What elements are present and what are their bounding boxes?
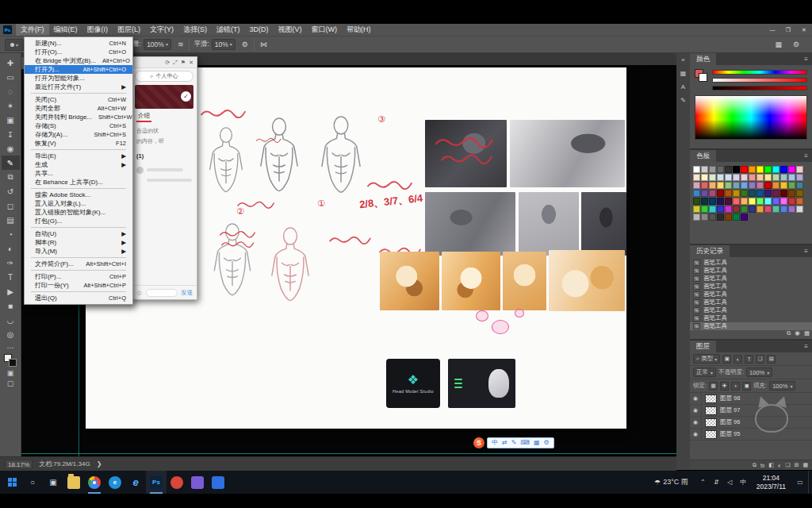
- marquee-tool[interactable]: ▭: [2, 70, 20, 84]
- menu-3d[interactable]: 3D(D): [245, 24, 274, 36]
- color-swatch[interactable]: [780, 182, 787, 189]
- file-explorer[interactable]: [63, 471, 84, 494]
- file-menu-item[interactable]: 导出(E) ▶: [25, 152, 132, 160]
- color-swatch[interactable]: [693, 182, 700, 189]
- symmetry-icon[interactable]: ⋈: [259, 40, 269, 48]
- file-menu-item[interactable]: 生成 ▶: [25, 160, 132, 169]
- menu-filter[interactable]: 滤镜(T): [212, 24, 245, 36]
- menu-select[interactable]: 选择(S): [178, 24, 212, 36]
- lasso-tool[interactable]: ◌: [2, 84, 20, 98]
- network-icon[interactable]: ⇵: [710, 479, 723, 486]
- tab-intro[interactable]: 介绍: [136, 112, 151, 122]
- filter-smart-icon[interactable]: ▤: [767, 355, 776, 364]
- file-menu-item[interactable]: 关闭(C) Ctrl+W: [25, 95, 132, 104]
- file-menu-item[interactable]: 打开为... Alt+Shift+Ctrl+O: [25, 65, 132, 74]
- color-swatch[interactable]: [725, 174, 732, 181]
- weather-widget[interactable]: ☂ 23°C 雨: [646, 477, 696, 487]
- quick-mask-icon[interactable]: ▣: [7, 369, 14, 377]
- layer-mask-icon[interactable]: ◧: [768, 462, 774, 468]
- menu-type[interactable]: 文字(Y): [145, 24, 178, 36]
- color-swatch[interactable]: [701, 190, 708, 197]
- lock-paint-icon[interactable]: ✚: [720, 382, 729, 391]
- color-swatch[interactable]: [780, 174, 787, 181]
- color-swatch[interactable]: [725, 182, 732, 189]
- color-swatch[interactable]: [772, 174, 779, 181]
- color-swatch[interactable]: [693, 174, 700, 181]
- panel-menu-icon[interactable]: ≡: [804, 152, 812, 160]
- color-swatch[interactable]: [701, 182, 708, 189]
- eye-icon[interactable]: ◉: [690, 393, 702, 404]
- eye-icon[interactable]: ◉: [690, 405, 702, 416]
- color-swatch[interactable]: [733, 174, 740, 181]
- blur-tool[interactable]: ◔: [2, 227, 20, 241]
- color-swatch[interactable]: [717, 198, 724, 205]
- file-menu-item[interactable]: 打印(P)... Ctrl+P: [25, 272, 132, 281]
- color-swatch[interactable]: [749, 190, 756, 197]
- color-swatch[interactable]: [733, 190, 740, 197]
- color-swatch[interactable]: [733, 166, 740, 173]
- task-view-button[interactable]: ▣: [43, 471, 63, 494]
- flow-value[interactable]: 100%▾: [144, 39, 171, 50]
- delete-state-icon[interactable]: ▦: [804, 329, 810, 337]
- blend-mode-select[interactable]: 正常 ▾: [693, 368, 716, 377]
- color-swatch[interactable]: [756, 166, 764, 173]
- filter-adjust-icon[interactable]: ◐: [733, 355, 742, 364]
- menu-edit[interactable]: 编辑(E): [49, 24, 82, 36]
- sogou-logo[interactable]: S: [473, 437, 485, 448]
- color-swatch[interactable]: [733, 182, 740, 189]
- tab-color[interactable]: 颜色: [690, 53, 716, 65]
- color-swatch[interactable]: [772, 182, 779, 189]
- color-swatch[interactable]: [717, 166, 724, 173]
- eyedropper-tool[interactable]: ↧: [2, 127, 20, 141]
- layers-opacity[interactable]: 100% ▾: [746, 368, 772, 377]
- color-swatch[interactable]: [796, 166, 803, 173]
- color-swatch[interactable]: [780, 198, 787, 205]
- new-layer-icon[interactable]: ⊞: [795, 462, 799, 468]
- start-button[interactable]: [2, 471, 22, 494]
- color-swatch[interactable]: [772, 190, 779, 197]
- color-swatch[interactable]: [741, 190, 748, 197]
- color-swatch[interactable]: [725, 198, 732, 205]
- color-swatch[interactable]: [772, 206, 779, 213]
- refresh-icon[interactable]: ⟳: [165, 60, 170, 66]
- color-swatch[interactable]: [788, 190, 795, 197]
- file-menu-item[interactable]: 打开(O)... Ctrl+O: [25, 48, 132, 56]
- 图层 95[interactable]: ◉ 图层 95: [690, 429, 812, 441]
- menu-view[interactable]: 视图(V): [274, 24, 307, 36]
- file-menu-item[interactable]: 恢复(V) F12: [25, 139, 132, 148]
- file-menu-item[interactable]: 关闭全部 Alt+Ctrl+W: [25, 104, 132, 113]
- file-menu-item[interactable]: [25, 290, 132, 294]
- 图层 98[interactable]: ◉ 图层 98: [690, 393, 812, 405]
- file-menu-item[interactable]: 新建(N)... Ctrl+N: [25, 39, 132, 48]
- send-button[interactable]: 发送: [181, 289, 193, 297]
- panel-menu-icon[interactable]: ≡: [804, 248, 812, 255]
- adjustment-layer-icon[interactable]: ◐: [778, 463, 781, 468]
- ime-toolbox-icon[interactable]: ▦: [534, 438, 540, 448]
- color-swatch[interactable]: [764, 198, 772, 205]
- color-swatch[interactable]: [764, 182, 772, 189]
- color-swatch[interactable]: [701, 214, 708, 221]
- filter-shape-icon[interactable]: ❏: [756, 355, 764, 364]
- magic-wand-tool[interactable]: ✶: [2, 98, 20, 113]
- color-swatch[interactable]: [709, 198, 716, 205]
- brush-tool[interactable]: ✎: [2, 156, 20, 170]
- user-center-search[interactable]: ⌕ 个人中心: [135, 71, 193, 82]
- chrome[interactable]: [84, 471, 105, 494]
- file-menu-item[interactable]: 自动(U) ▶: [25, 229, 132, 238]
- close-icon[interactable]: ✕: [189, 60, 193, 66]
- new-snapshot-icon[interactable]: ◉: [795, 329, 800, 337]
- file-menu-item[interactable]: [25, 256, 132, 260]
- eraser-tool[interactable]: ◻: [2, 198, 20, 213]
- history-state[interactable]: ✎ 画笔工具: [690, 291, 812, 298]
- color-swatch[interactable]: [709, 182, 716, 189]
- app-red[interactable]: [167, 471, 187, 494]
- panel-menu-icon[interactable]: ≡: [804, 56, 812, 63]
- pin-icon[interactable]: ⚑: [181, 60, 186, 66]
- color-swatch[interactable]: [717, 190, 724, 197]
- internet-explorer[interactable]: e: [125, 471, 146, 494]
- maximize-button[interactable]: ❐: [780, 24, 796, 36]
- history-state[interactable]: ✎ 画笔工具: [690, 275, 812, 283]
- foreground-background-colors[interactable]: [4, 354, 17, 367]
- ime-keyboard-icon[interactable]: ⌨: [520, 438, 530, 448]
- collapse-panels-icon[interactable]: «: [681, 56, 684, 64]
